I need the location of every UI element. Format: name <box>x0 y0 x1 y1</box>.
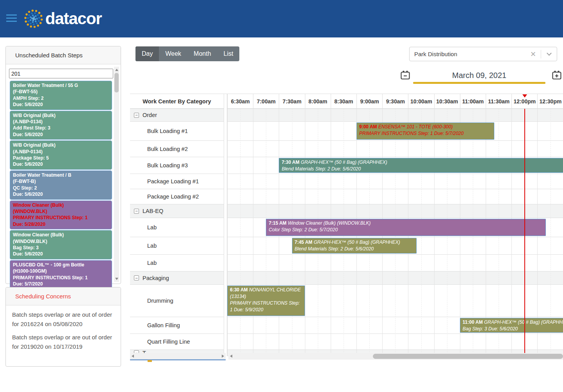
time-slot-label: 12:30pm <box>537 94 563 109</box>
current-time-marker-icon <box>522 94 527 98</box>
scrollbar-thumb[interactable] <box>114 73 119 92</box>
grid-line <box>253 109 253 356</box>
top-header: datacor <box>0 0 563 37</box>
time-slot-label: 6:30am <box>227 94 253 109</box>
timeline-body: 9:00 AM ENSENSA™ 101 - TOTE (600-300)PRI… <box>227 109 563 356</box>
event-title: GRAPH-HEX™ (50 # Bag) (GRAPHHEX) <box>314 239 400 245</box>
app-root: datacor Unscheduled Batch Steps Boiler W… <box>0 0 563 392</box>
batch-step-card-line: Due: 5/6/2020 <box>13 161 109 167</box>
scheduler: Work Center By Category −OrderBulk Loadi… <box>130 94 563 356</box>
row-label: Package Loading #1 <box>147 178 199 184</box>
tab-list[interactable]: List <box>217 46 240 61</box>
batch-step-card[interactable]: PLUSCBD OIL™ - 100 gm Bottle(H1000-100GM… <box>10 260 112 289</box>
batch-step-card-line: Boiler Water Treatment / 55 G <box>13 82 109 89</box>
time-slot-label: 11:00am <box>460 94 486 109</box>
prev-day-button[interactable] <box>400 70 411 81</box>
batch-step-card-line: Window Cleaner (Bulk) <box>13 202 109 208</box>
batch-step-card-line: Due: 5/6/2020 <box>13 131 109 138</box>
scrollbar-thumb[interactable] <box>373 354 563 359</box>
work-center-column-header: Work Center By Category <box>130 94 224 109</box>
group-row-order[interactable]: −Order <box>130 109 224 122</box>
tab-day[interactable]: Day <box>135 46 159 61</box>
row-label: Order <box>143 112 157 118</box>
calendar-plus-icon <box>552 70 562 80</box>
chevron-down-icon[interactable] <box>541 53 557 55</box>
batch-step-card[interactable]: W/B Original (Bulk)(A.NBP-0134)Add Rest … <box>10 111 112 140</box>
batch-step-card[interactable]: Boiler Water Treatment / 55 G(F-BWT-55)A… <box>10 81 112 110</box>
time-slot-label: 9:00am <box>356 94 382 109</box>
collapse-icon[interactable]: − <box>134 209 139 214</box>
scroll-down-icon[interactable] <box>115 278 118 280</box>
batch-step-card-line: Package Step: 5 <box>13 155 109 161</box>
next-day-button[interactable] <box>551 70 562 81</box>
facility-filter-combo[interactable]: Park Distribution ✕ <box>409 47 557 61</box>
event-title: ENSENSA™ 101 - TOTE (600-300) <box>378 124 453 129</box>
timeline-scrollbar[interactable] <box>228 353 563 360</box>
scheduling-concerns-title: Scheduling Concerns <box>6 287 121 305</box>
batch-step-card-line: (F-BWT-B) <box>13 178 109 184</box>
batch-step-card[interactable]: Boiler Water Treatment / B(F-BWT-B)QC St… <box>10 170 112 200</box>
menu-icon[interactable] <box>6 14 17 23</box>
schedule-event[interactable]: 9:00 AM ENSENSA™ 101 - TOTE (600-300)PRI… <box>356 122 494 140</box>
event-title: GRAPH-HEX™ (50 # Bag) (GRAPHHEX) <box>484 319 563 325</box>
event-time: 6:30 AM <box>230 287 249 293</box>
scheduling-concern-message: Batch steps overlap or are out of order … <box>12 310 114 329</box>
row-label: Package Loading #2 <box>147 193 199 200</box>
event-details: Bag Step: 3 Due: 5/6/2020 <box>463 326 518 332</box>
collapse-icon[interactable]: − <box>134 275 139 280</box>
time-slot-label: 10:00am <box>408 94 434 109</box>
tab-week[interactable]: Week <box>159 46 187 61</box>
event-title: Window Cleaner (Bulk) (WINDOW.BLK) <box>288 220 371 226</box>
work-center-row: Bulk Loading #3 <box>130 157 224 174</box>
batch-step-card[interactable]: Window Cleaner (Bulk)(WINDOW.BLK)Bag Ste… <box>10 230 112 259</box>
calendar-minus-icon <box>400 70 410 80</box>
batch-step-card-line: Due: 5/28/2020 <box>13 221 109 227</box>
work-center-row: Quart Filling Line <box>130 334 224 350</box>
row-label: Lab <box>147 243 157 249</box>
batch-step-card-line: W/B Original (Bulk) <box>13 142 109 148</box>
work-center-row: Lab <box>130 255 224 271</box>
batch-step-search-input[interactable] <box>9 69 113 78</box>
view-switcher: DayWeekMonthList <box>135 46 239 61</box>
event-title: GRAPH-HEX™ (50 # Bag) (GRAPHHEX) <box>301 160 387 165</box>
timeline-header: 6:30am7:00am7:30am8:00am8:30am9:00am9:30… <box>227 94 563 109</box>
batch-step-card-line: Due: 5/6/2020 <box>13 191 109 197</box>
batch-step-card-line: Due: 5/7/2020 <box>13 281 109 287</box>
collapse-icon[interactable]: − <box>134 113 139 118</box>
group-row-lab-eq[interactable]: −LAB-EQ <box>130 204 224 218</box>
time-slot-label: 10:30am <box>434 94 460 109</box>
clipped-card-fragment <box>148 360 152 362</box>
unscheduled-panel-title: Unscheduled Batch Steps <box>6 46 121 64</box>
schedule-event[interactable]: 7:45 AM GRAPH-HEX™ (50 # Bag) (GRAPHHEX)… <box>292 238 417 254</box>
work-center-row: Lab <box>130 237 224 255</box>
batch-step-card[interactable]: Window Cleaner (Bulk)(WINDOW.BLK)PRIMARY… <box>10 200 112 230</box>
schedule-event[interactable]: 7:30 AM GRAPH-HEX™ (50 # Bag) (GRAPHHEX)… <box>279 158 563 173</box>
card-list-scrollbar[interactable] <box>114 67 119 282</box>
work-center-row: Drumming <box>130 285 224 317</box>
batch-step-card[interactable]: W/B Original (Bulk)(A.NBP-0134)Package S… <box>10 140 112 170</box>
scroll-left-icon[interactable] <box>230 355 232 358</box>
left-column-scrollbar[interactable] <box>130 353 226 360</box>
batch-step-card-line: Window Cleaner (Bulk) <box>13 232 109 238</box>
scroll-up-icon[interactable] <box>115 69 118 71</box>
work-center-row: Lab <box>130 218 224 237</box>
current-time-line <box>524 109 525 356</box>
tab-month[interactable]: Month <box>187 46 217 61</box>
row-label: Packaging <box>143 275 169 281</box>
time-slot-label: 9:30am <box>382 94 408 109</box>
scroll-left-icon[interactable] <box>132 355 134 358</box>
schedule-event[interactable]: 7:15 AM Window Cleaner (Bulk) (WINDOW.BL… <box>266 219 546 236</box>
grid-line-minor <box>240 109 241 356</box>
schedule-event[interactable]: 11:00 AM GRAPH-HEX™ (50 # Bag) (GRAPHHEX… <box>460 318 563 333</box>
schedule-event[interactable]: 6:30 AM NONANOYL CHLORIDE (13134)PRIMARY… <box>227 286 305 316</box>
event-details: Blend Materials Step: 2 Due: 5/6/2020 <box>295 246 374 252</box>
batch-step-card-line: (F-BWT-55) <box>13 89 109 95</box>
clear-filter-icon[interactable]: ✕ <box>526 50 541 59</box>
date-underline <box>413 82 545 84</box>
group-row-packaging[interactable]: −Packaging <box>130 271 224 285</box>
scheduling-concerns-list: Batch steps overlap or are out of order … <box>6 305 121 351</box>
batch-step-card-line: Bag Step: 3 <box>13 245 109 251</box>
datacor-logo-icon <box>23 9 44 29</box>
scroll-right-icon[interactable] <box>222 355 224 358</box>
scheduling-concerns-panel: Scheduling Concerns Batch steps overlap … <box>5 287 121 367</box>
